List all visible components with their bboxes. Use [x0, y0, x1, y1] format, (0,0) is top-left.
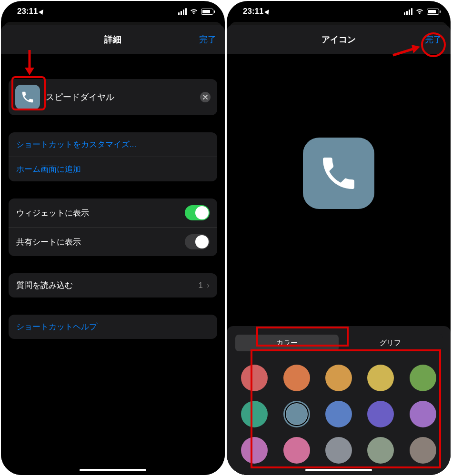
color-swatch-0[interactable]	[241, 365, 268, 391]
home-indicator[interactable]	[80, 469, 146, 471]
close-icon	[203, 95, 208, 99]
customize-shortcut-row[interactable]: ショートカットをカスタマイズ...	[9, 132, 217, 157]
color-swatch-2[interactable]	[325, 365, 352, 391]
nav-title: 詳細	[104, 34, 121, 45]
color-swatch-7[interactable]	[325, 401, 352, 427]
segment-control: カラー グリフ	[234, 334, 443, 352]
home-indicator[interactable]	[305, 469, 372, 471]
signal-icon	[404, 8, 412, 15]
color-swatch-5[interactable]	[241, 401, 268, 427]
phone-icon	[20, 90, 35, 104]
show-in-widget-row: ウィジェットに表示	[9, 198, 217, 228]
done-button[interactable]: 完了	[199, 34, 216, 45]
color-swatch-13[interactable]	[367, 437, 394, 464]
color-swatch-10[interactable]	[241, 437, 268, 464]
icon-sheet: アイコン 完了 カラー グリフ	[227, 25, 451, 475]
done-button[interactable]: 完了	[425, 34, 442, 45]
color-swatch-14[interactable]	[410, 437, 436, 464]
shortcut-help-row[interactable]: ショートカットヘルプ	[9, 315, 217, 339]
color-swatch-12[interactable]	[325, 437, 352, 464]
color-swatch-9[interactable]	[410, 401, 436, 427]
phone-icon	[318, 152, 360, 194]
phone-icon-screen: 23:11 アイコン 完了 カラー グリフ	[227, 1, 451, 475]
wifi-icon	[415, 8, 424, 15]
battery-icon	[427, 9, 439, 15]
add-to-home-row[interactable]: ホーム画面に追加	[9, 157, 217, 181]
location-icon	[39, 8, 46, 15]
color-swatch-6[interactable]	[283, 401, 310, 427]
shortcut-name-input[interactable]	[46, 92, 200, 102]
shortcut-icon-button[interactable]	[15, 85, 40, 109]
chevron-right-icon: ›	[207, 280, 210, 290]
color-swatch-11[interactable]	[283, 437, 310, 464]
phone-detail-screen: 23:11 詳細 完了	[1, 1, 225, 475]
battery-icon	[201, 9, 213, 15]
show-in-share-row: 共有シートに表示	[9, 228, 217, 256]
share-toggle[interactable]	[185, 234, 210, 249]
wifi-icon	[190, 8, 198, 15]
icon-preview-tile	[303, 138, 374, 209]
import-questions-row[interactable]: 質問を読み込む 1 ›	[9, 273, 217, 298]
color-swatch-3[interactable]	[367, 365, 394, 391]
status-time: 23:11	[17, 7, 38, 16]
signal-icon	[178, 8, 187, 15]
navbar: 詳細 完了	[1, 28, 225, 51]
picker-panel: カラー グリフ	[227, 326, 451, 475]
status-bar: 23:11	[227, 1, 451, 19]
color-swatch-8[interactable]	[367, 401, 394, 427]
color-swatch-1[interactable]	[283, 365, 310, 391]
clear-name-button[interactable]	[200, 92, 211, 102]
color-swatch-4[interactable]	[410, 365, 436, 391]
widget-toggle[interactable]	[185, 205, 210, 220]
navbar: アイコン 完了	[227, 28, 451, 51]
color-grid	[227, 356, 451, 475]
detail-sheet: 詳細 完了 ショートカットをカスタマイズ...	[1, 25, 225, 475]
icon-preview	[227, 54, 451, 292]
segment-glyph[interactable]: グリフ	[339, 335, 442, 351]
status-time: 23:11	[243, 7, 263, 16]
status-bar: 23:11	[1, 1, 225, 19]
nav-title: アイコン	[321, 34, 356, 45]
segment-color[interactable]: カラー	[235, 335, 339, 351]
location-icon	[265, 8, 271, 15]
